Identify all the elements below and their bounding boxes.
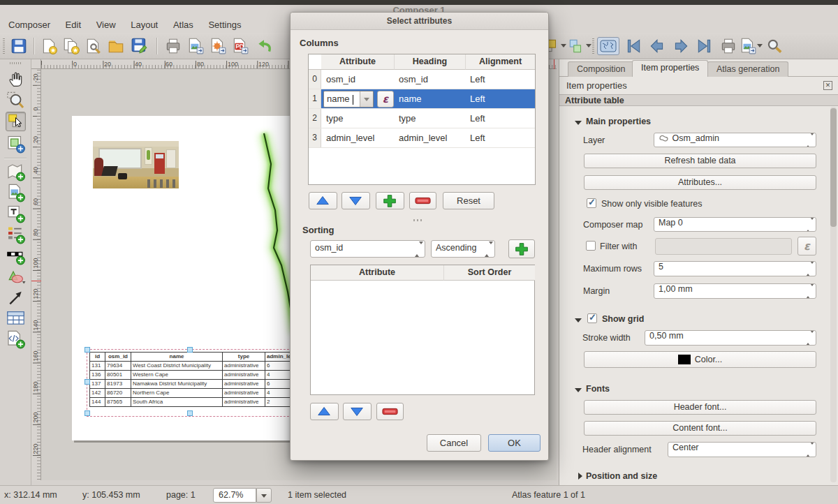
filter-with-checkbox[interactable] xyxy=(586,241,596,251)
save-template-icon[interactable] xyxy=(131,37,149,55)
dialog-title[interactable]: Select attributes xyxy=(291,13,548,30)
previous-feature-icon[interactable] xyxy=(648,37,666,55)
menu-layout[interactable]: Layout xyxy=(124,17,164,32)
add-label-icon[interactable] xyxy=(6,204,26,223)
zoom-combo-dropdown[interactable] xyxy=(256,488,272,503)
expression-button[interactable]: ε xyxy=(377,91,394,108)
export-atlas-icon[interactable] xyxy=(739,37,757,55)
spinner-icon[interactable] xyxy=(806,135,814,145)
attribute-editor-value[interactable]: name xyxy=(327,94,350,104)
picture-item-photo[interactable] xyxy=(93,141,179,188)
column-add-button[interactable] xyxy=(376,192,404,209)
print-atlas-icon[interactable] xyxy=(719,37,737,55)
cell-alignment[interactable]: Left xyxy=(465,109,535,128)
expand-arrow-icon[interactable] xyxy=(578,473,586,480)
first-feature-icon[interactable] xyxy=(624,37,642,55)
menu-atlas[interactable]: Atlas xyxy=(167,17,200,32)
move-item-content-icon[interactable] xyxy=(6,134,26,154)
add-scalebar-icon[interactable] xyxy=(6,246,26,265)
cell-alignment[interactable]: Left xyxy=(465,89,535,108)
column-remove-button[interactable] xyxy=(409,192,436,209)
cell-heading[interactable]: admin_level xyxy=(394,128,465,147)
spinner-icon[interactable] xyxy=(806,264,814,274)
columns-row-1-selected[interactable]: 1 name ε name Left xyxy=(309,89,535,109)
spinner-icon[interactable] xyxy=(485,244,492,254)
select-move-item-icon[interactable] xyxy=(6,112,26,131)
columns-row-3[interactable]: 3 admin_level admin_level Left xyxy=(309,128,535,148)
header-font-button[interactable]: Header font... xyxy=(584,400,816,415)
selection-handle[interactable] xyxy=(187,410,193,416)
spinner-icon[interactable] xyxy=(806,220,814,230)
add-arrow-icon[interactable] xyxy=(6,288,26,307)
preview-atlas-icon[interactable] xyxy=(597,37,619,55)
spinner-icon[interactable] xyxy=(806,286,814,296)
column-down-button[interactable] xyxy=(341,192,370,209)
toolbar-grip[interactable] xyxy=(3,38,5,54)
align-items-icon[interactable] xyxy=(567,37,585,55)
raise-items-dropdown-icon[interactable] xyxy=(561,44,566,50)
maximum-rows-spinbox[interactable]: 5 xyxy=(654,261,816,276)
load-template-icon[interactable] xyxy=(107,37,125,55)
tab-composition[interactable]: Composition xyxy=(568,61,634,77)
layer-combo[interactable]: Osm_admin xyxy=(654,133,816,147)
cell-alignment[interactable]: Left xyxy=(465,128,535,147)
selection-handle[interactable] xyxy=(84,379,90,385)
composer-map-combo[interactable]: Map 0 xyxy=(654,217,816,232)
columns-table[interactable]: Attribute Heading Alignment 0 osm_id osm… xyxy=(308,54,536,185)
cell-alignment[interactable]: Left xyxy=(465,70,535,89)
cell-heading[interactable]: name xyxy=(394,89,465,108)
scrollbar-thumb[interactable] xyxy=(830,108,837,227)
add-map-icon[interactable] xyxy=(6,162,26,181)
selection-handle[interactable] xyxy=(84,347,90,353)
cell-attribute[interactable]: admin_level xyxy=(321,128,394,147)
new-composition-icon[interactable] xyxy=(40,37,58,55)
filter-expression-field[interactable] xyxy=(655,238,792,255)
sorting-add-button[interactable] xyxy=(508,239,535,258)
add-attribute-table-icon[interactable] xyxy=(6,309,26,328)
menu-view[interactable]: View xyxy=(90,17,122,32)
stroke-width-spinbox[interactable]: 0,50 mm xyxy=(645,330,816,346)
atlas-toolbar-grip[interactable] xyxy=(592,38,594,54)
sorting-order-combo[interactable]: Ascending xyxy=(431,240,495,258)
duplicate-composition-icon[interactable] xyxy=(62,37,80,55)
add-shape-icon[interactable] xyxy=(6,267,26,286)
cell-heading[interactable]: osm_id xyxy=(394,70,465,89)
content-font-button[interactable]: Content font... xyxy=(584,421,816,436)
export-image-icon[interactable] xyxy=(186,37,205,55)
menu-settings[interactable]: Settings xyxy=(202,17,247,32)
attribute-table-item[interactable]: idosm_idnametypeadmin_level 13179634West… xyxy=(89,352,293,414)
zoom-combo[interactable]: 62.7% xyxy=(213,488,256,503)
panel-scrollbar[interactable] xyxy=(830,107,837,482)
pan-icon[interactable] xyxy=(6,70,26,89)
close-icon[interactable]: ✕ xyxy=(823,81,832,90)
export-pdf-icon[interactable] xyxy=(231,37,249,55)
cell-attribute[interactable]: osm_id xyxy=(321,70,394,89)
sort-remove-button[interactable] xyxy=(376,403,404,420)
selection-handle[interactable] xyxy=(187,347,193,353)
header-alignment-combo[interactable]: Center xyxy=(668,442,816,457)
cell-heading[interactable]: type xyxy=(394,109,465,128)
selection-handle[interactable] xyxy=(84,410,90,416)
next-feature-icon[interactable] xyxy=(672,37,690,55)
add-legend-icon[interactable] xyxy=(6,225,26,244)
column-up-button[interactable] xyxy=(309,192,337,209)
splitter-grip[interactable] xyxy=(413,219,423,221)
export-atlas-dropdown-icon[interactable] xyxy=(757,44,763,50)
reset-button[interactable]: Reset xyxy=(443,192,494,209)
export-svg-icon[interactable] xyxy=(209,37,227,55)
zoom-icon[interactable] xyxy=(6,91,26,110)
refresh-table-data-button[interactable]: Refresh table data xyxy=(584,154,816,168)
collapse-arrow-icon[interactable] xyxy=(575,318,582,326)
undo-icon[interactable] xyxy=(256,37,274,55)
combo-dropdown-icon[interactable] xyxy=(360,91,373,107)
spinner-icon[interactable] xyxy=(806,333,814,343)
last-feature-icon[interactable] xyxy=(696,37,714,55)
sorting-attribute-combo[interactable]: osm_id xyxy=(310,240,425,258)
spinner-icon[interactable] xyxy=(806,445,814,454)
add-html-icon[interactable] xyxy=(6,329,26,349)
sort-up-button[interactable] xyxy=(310,403,339,420)
composer-manager-icon[interactable] xyxy=(84,37,103,55)
grid-color-button[interactable]: Color... xyxy=(584,351,816,368)
collapse-arrow-icon[interactable] xyxy=(575,121,582,128)
attribute-editor-combo[interactable]: name xyxy=(323,91,374,108)
